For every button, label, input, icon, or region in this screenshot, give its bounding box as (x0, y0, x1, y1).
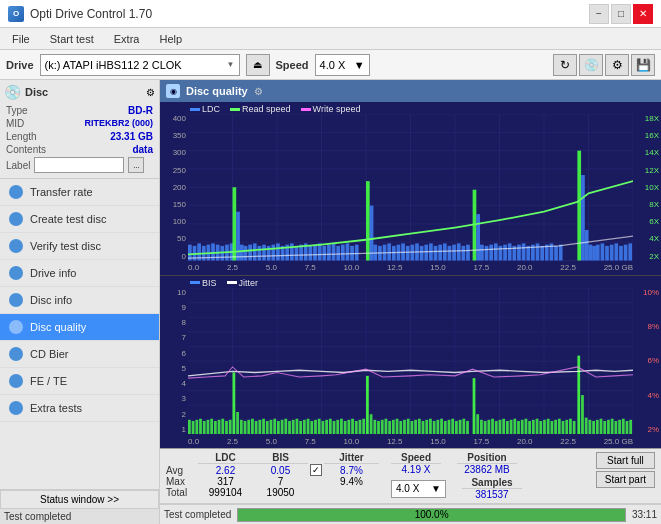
minimize-button[interactable]: − (589, 4, 609, 24)
start-part-button[interactable]: Start part (596, 471, 655, 488)
svg-rect-248 (614, 420, 617, 434)
nav-transfer-rate[interactable]: Transfer rate (0, 179, 159, 206)
svg-rect-213 (484, 420, 487, 434)
svg-rect-139 (207, 419, 210, 434)
disc-quality-header: ◉ Disc quality ⚙ (160, 80, 661, 102)
svg-rect-90 (517, 245, 521, 261)
svg-rect-69 (420, 246, 424, 261)
nav-fe-te[interactable]: FE / TE (0, 368, 159, 395)
drive-dropdown[interactable]: (k:) ATAPI iHBS112 2 CLOK ▼ (40, 54, 240, 76)
svg-rect-54 (346, 243, 350, 260)
svg-rect-56 (355, 245, 359, 261)
type-label: Type (6, 105, 28, 116)
status-window-button[interactable]: Status window >> (0, 490, 159, 509)
nav-cd-bier[interactable]: CD Bier (0, 341, 159, 368)
speed-dropdown[interactable]: 4.0 X ▼ (315, 54, 370, 76)
svg-rect-252 (629, 419, 632, 434)
speed-dropdown-container: 4.0 X ▼ (391, 477, 446, 500)
svg-rect-217 (499, 419, 502, 434)
svg-rect-34 (253, 243, 257, 260)
svg-rect-111 (624, 245, 628, 261)
svg-rect-234 (562, 420, 565, 434)
contents-label: Contents (6, 144, 46, 155)
disc-length-row: Length 23.31 GB (4, 130, 155, 143)
svg-rect-240 (585, 417, 588, 434)
svg-rect-206 (455, 420, 458, 434)
menu-extra[interactable]: Extra (106, 31, 148, 47)
y-axis-right-top: 18X 16X 14X 12X 10X 8X 6X 4X 2X (633, 114, 661, 261)
svg-rect-50 (327, 245, 331, 261)
svg-rect-147 (236, 411, 239, 434)
disc-mid-row: MID RITEKBR2 (000) (4, 117, 155, 130)
svg-rect-201 (436, 419, 439, 434)
svg-rect-246 (607, 419, 610, 434)
disc-quality-settings-icon[interactable]: ⚙ (254, 86, 263, 97)
save-button[interactable]: 💾 (631, 54, 655, 76)
nav-verify-test-disc[interactable]: Verify test disc (0, 233, 159, 260)
speed-value: 4.0 X (320, 59, 346, 71)
nav-disc-info[interactable]: Disc info (0, 287, 159, 314)
nav-drive-info-label: Drive info (30, 267, 76, 279)
close-button[interactable]: ✕ (633, 4, 653, 24)
svg-rect-242 (592, 420, 595, 434)
svg-rect-84 (489, 245, 493, 261)
disc-quality-icon (8, 319, 24, 335)
start-full-button[interactable]: Start full (596, 452, 655, 469)
jitter-legend-dot (227, 281, 237, 284)
jitter-checkbox[interactable]: ✓ (308, 464, 324, 476)
elapsed-time: 33:11 (632, 509, 657, 520)
svg-rect-46 (309, 246, 313, 261)
svg-rect-141 (214, 420, 217, 434)
svg-rect-73 (438, 245, 442, 261)
position-col: Position 23862 MB (457, 452, 517, 475)
eject-button[interactable]: ⏏ (246, 54, 270, 76)
label-browse-button[interactable]: ... (128, 157, 144, 173)
transfer-rate-icon (8, 184, 24, 200)
svg-rect-154 (262, 418, 265, 434)
svg-rect-155 (266, 420, 269, 434)
svg-rect-189 (392, 419, 395, 434)
svg-rect-175 (340, 418, 343, 434)
drive-value: (k:) ATAPI iHBS112 2 CLOK (45, 59, 182, 71)
svg-rect-101 (581, 175, 585, 260)
svg-rect-214 (487, 419, 490, 434)
ldc-legend-dot (190, 108, 200, 111)
svg-rect-112 (628, 243, 632, 260)
nav-disc-quality[interactable]: Disc quality (0, 314, 159, 341)
avg-row: Avg 2.62 0.05 ✓ 8.7% (166, 464, 379, 476)
refresh-button[interactable]: ↻ (553, 54, 577, 76)
nav-create-test-disc[interactable]: Create test disc (0, 206, 159, 233)
label-input[interactable] (34, 157, 124, 173)
svg-rect-202 (440, 418, 443, 434)
svg-rect-194 (411, 420, 414, 434)
menu-file[interactable]: File (4, 31, 38, 47)
svg-rect-85 (494, 243, 498, 260)
svg-rect-105 (596, 245, 600, 261)
svg-rect-230 (547, 418, 550, 434)
speed-dropdown-stats[interactable]: 4.0 X ▼ (391, 480, 446, 498)
svg-rect-42 (290, 243, 294, 260)
speed-label: Speed (276, 59, 309, 71)
maximize-button[interactable]: □ (611, 4, 631, 24)
nav-drive-info[interactable]: Drive info (0, 260, 159, 287)
svg-rect-212 (480, 419, 483, 434)
menu-help[interactable]: Help (151, 31, 190, 47)
jitter-check-spacer (308, 452, 324, 464)
svg-rect-136 (195, 419, 198, 434)
svg-rect-170 (322, 420, 325, 434)
disc-button[interactable]: 💿 (579, 54, 603, 76)
chart-top: LDC Read speed Write speed 400 350 (160, 102, 661, 276)
settings-button[interactable]: ⚙ (605, 54, 629, 76)
svg-rect-166 (307, 418, 310, 434)
menu-start-test[interactable]: Start test (42, 31, 102, 47)
disc-settings-icon[interactable]: ⚙ (146, 87, 155, 98)
progress-bar-fill: 100.0% (238, 509, 625, 521)
nav-fe-te-label: FE / TE (30, 375, 67, 387)
verify-test-disc-icon (8, 238, 24, 254)
svg-rect-72 (434, 246, 438, 261)
nav-extra-tests[interactable]: Extra tests (0, 395, 159, 422)
svg-rect-33 (248, 245, 252, 261)
svg-rect-88 (508, 243, 512, 260)
svg-rect-81 (476, 214, 480, 260)
disc-label-row: Label ... (4, 156, 155, 174)
